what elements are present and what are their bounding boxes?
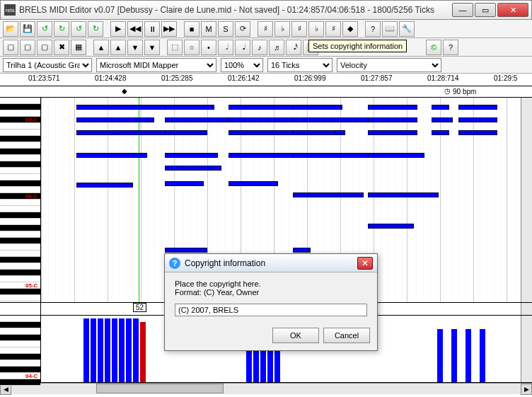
- midi-note[interactable]: [76, 117, 154, 122]
- toolbar-button-1[interactable]: 💾: [20, 21, 35, 37]
- time-ruler[interactable]: 01:23:57101:24:42801:25:28501:26:14201:2…: [0, 74, 532, 86]
- midi-note[interactable]: [165, 166, 221, 171]
- midi-note[interactable]: [165, 105, 214, 110]
- velocity-bar[interactable]: [133, 318, 139, 382]
- toolbar-button-3[interactable]: ↻: [54, 21, 69, 37]
- midi-note[interactable]: [293, 130, 335, 135]
- midi-note[interactable]: [368, 130, 417, 135]
- midi-note[interactable]: [76, 183, 133, 188]
- piano-keyboard-lower[interactable]: 04-C: [0, 316, 41, 383]
- toolbar2-button-18[interactable]: 𝅘𝅥𝅯: [286, 40, 301, 55]
- toolbar2-button-13[interactable]: •: [201, 40, 216, 55]
- copyright-input[interactable]: [175, 304, 367, 316]
- midi-note[interactable]: [368, 153, 424, 158]
- toolbar-button-22[interactable]: ◆: [342, 21, 358, 37]
- toolbar-button-18[interactable]: ♭: [274, 21, 290, 37]
- toolbar2-button-2[interactable]: ▢: [37, 40, 52, 55]
- midi-note[interactable]: [165, 181, 204, 186]
- maximize-button[interactable]: ▭: [475, 3, 496, 17]
- midi-note[interactable]: [293, 192, 364, 197]
- toolbar-button-7[interactable]: ▶: [110, 21, 126, 37]
- cancel-button[interactable]: Cancel: [323, 328, 370, 343]
- toolbar-button-17[interactable]: ♯: [258, 21, 273, 37]
- vertical-scrollbar[interactable]: [521, 98, 532, 302]
- device-select[interactable]: Microsoft MIDI Mapper: [96, 58, 216, 72]
- midi-note[interactable]: [458, 130, 497, 135]
- midi-note[interactable]: [368, 117, 417, 122]
- toolbar-button-9[interactable]: ⏸: [144, 21, 160, 37]
- velocity-bar[interactable]: [451, 329, 457, 382]
- toolbar2-button-0[interactable]: ▢: [3, 40, 18, 55]
- midi-note[interactable]: [293, 248, 311, 253]
- toolbar2-button-7[interactable]: ▲: [110, 40, 126, 55]
- velocity-bar[interactable]: [105, 318, 110, 382]
- midi-note[interactable]: [368, 192, 439, 197]
- toolbar2-button-11[interactable]: ⬚: [167, 40, 183, 55]
- velocity-bar[interactable]: [126, 318, 132, 382]
- horizontal-scrollbar[interactable]: ◀ ▶: [0, 383, 532, 394]
- toolbar2-button-15[interactable]: 𝅘𝅥: [235, 40, 250, 55]
- toolbar2-button-8[interactable]: ▼: [127, 40, 143, 55]
- toolbar-button-14[interactable]: S: [218, 21, 233, 37]
- midi-note[interactable]: [368, 105, 417, 110]
- toolbar2-button-9[interactable]: ▼: [144, 40, 160, 55]
- midi-note[interactable]: [165, 153, 218, 158]
- toolbar2-button-4[interactable]: ▦: [71, 40, 86, 55]
- toolbar-button-25[interactable]: 📖: [382, 21, 398, 37]
- toolbar-button-19[interactable]: ♯: [291, 21, 307, 37]
- velocity-bar[interactable]: [119, 318, 125, 382]
- minimize-button[interactable]: —: [452, 3, 473, 17]
- midi-note[interactable]: [432, 117, 453, 122]
- view-select[interactable]: Velocity: [337, 58, 441, 72]
- track-select[interactable]: Trilha 1 (Acoustic Gra: [3, 58, 92, 72]
- copyright-button[interactable]: ©: [426, 40, 441, 55]
- velocity-bar[interactable]: [480, 329, 485, 382]
- velocity-bar[interactable]: [437, 329, 443, 382]
- velocity-bar[interactable]: [466, 329, 471, 382]
- toolbar-button-20[interactable]: ♭: [308, 21, 324, 37]
- velocity-bar[interactable]: [112, 318, 117, 382]
- snap-select[interactable]: 16 Ticks: [267, 58, 332, 72]
- midi-note[interactable]: [293, 153, 378, 158]
- ok-button[interactable]: OK: [272, 328, 319, 343]
- toolbar-button-0[interactable]: 📂: [3, 21, 18, 37]
- piano-keyboard[interactable]: 07-C06-C05-C: [0, 98, 41, 302]
- toolbar-button-24[interactable]: ?: [365, 21, 381, 37]
- toolbar-button-8[interactable]: ◀◀: [127, 21, 143, 37]
- midi-note[interactable]: [229, 181, 278, 186]
- dialog-titlebar[interactable]: ? Copyright information ✕: [165, 254, 377, 272]
- toolbar2-button-17[interactable]: ♬: [269, 40, 284, 55]
- midi-note[interactable]: [432, 105, 449, 110]
- toolbar2-button-6[interactable]: ▲: [93, 40, 109, 55]
- midi-note[interactable]: [76, 130, 175, 135]
- velocity-bar[interactable]: [83, 318, 89, 382]
- midi-note[interactable]: [165, 130, 207, 135]
- scroll-right-button[interactable]: ▶: [521, 384, 532, 395]
- midi-note[interactable]: [165, 248, 207, 253]
- midi-note[interactable]: [458, 105, 497, 110]
- close-button[interactable]: ✕: [497, 3, 528, 17]
- toolbar-button-21[interactable]: ♯: [325, 21, 341, 37]
- scroll-thumb[interactable]: [96, 384, 224, 393]
- velocity-bar[interactable]: [98, 318, 103, 382]
- toolbar-button-13[interactable]: M: [201, 21, 216, 37]
- zoom-select[interactable]: 100%: [221, 58, 263, 72]
- midi-note[interactable]: [293, 105, 342, 110]
- toolbar-button-15[interactable]: ⟳: [235, 21, 250, 37]
- toolbar-button-2[interactable]: ↺: [37, 21, 52, 37]
- toolbar2-button-12[interactable]: ○: [184, 40, 200, 55]
- toolbar2-button-14[interactable]: 𝅗𝅥: [218, 40, 233, 55]
- toolbar-button-12[interactable]: ■: [184, 21, 200, 37]
- midi-note[interactable]: [76, 153, 147, 158]
- toolbar-button-26[interactable]: 🔧: [399, 21, 415, 37]
- midi-note[interactable]: [458, 117, 497, 122]
- toolbar-button-5[interactable]: ↻: [88, 21, 103, 37]
- toolbar2-button-1[interactable]: ▢: [20, 40, 35, 55]
- midi-note[interactable]: [432, 130, 449, 135]
- toolbar-button-4[interactable]: ↺: [71, 21, 86, 37]
- vertical-scrollbar-lower[interactable]: [521, 316, 532, 382]
- toolbar2-button-16[interactable]: ♪: [252, 40, 267, 55]
- velocity-bar[interactable]: [140, 322, 146, 382]
- dialog-close-button[interactable]: ✕: [357, 257, 373, 270]
- velocity-bar[interactable]: [91, 318, 96, 382]
